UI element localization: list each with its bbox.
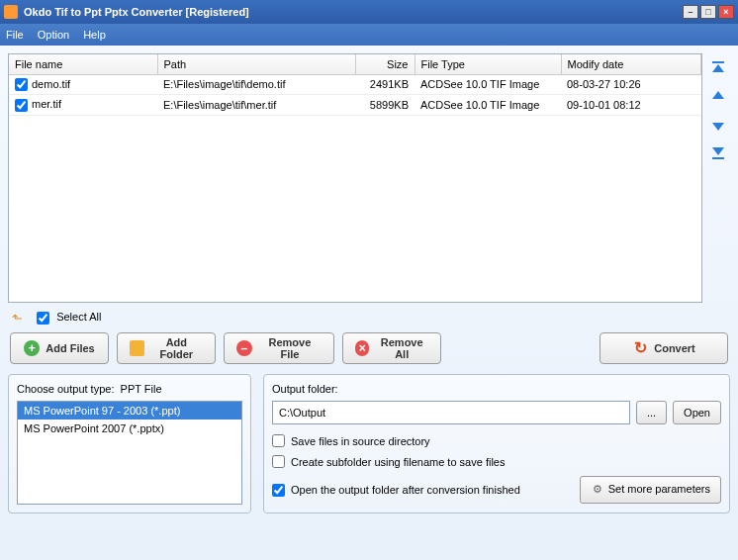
svg-marker-4 xyxy=(712,147,724,155)
row-checkbox[interactable] xyxy=(15,99,28,112)
output-type-label: Choose output type: PPT File xyxy=(17,383,242,395)
browse-button[interactable]: ... xyxy=(636,401,667,424)
output-folder-label: Output folder: xyxy=(272,383,721,395)
window-title: Okdo Tif to Ppt Pptx Converter [Register… xyxy=(24,6,249,18)
output-type-list[interactable]: MS PowerPoint 97 - 2003 (*.ppt)MS PowerP… xyxy=(17,401,242,505)
move-down-icon[interactable] xyxy=(708,115,728,135)
convert-icon: ↻ xyxy=(632,340,648,356)
app-icon xyxy=(4,5,18,19)
select-all-checkbox[interactable]: Select All xyxy=(37,311,101,323)
minus-icon: – xyxy=(236,340,252,356)
menu-option[interactable]: Option xyxy=(38,29,69,41)
table-row[interactable]: mer.tifE:\Files\image\tif\mer.tif5899KBA… xyxy=(9,95,701,116)
minimize-button[interactable]: – xyxy=(683,5,698,19)
output-folder-input[interactable] xyxy=(272,401,630,424)
menubar: File Option Help xyxy=(0,24,738,46)
svg-rect-5 xyxy=(712,157,724,159)
menu-file[interactable]: File xyxy=(6,29,24,41)
gear-icon: ⚙ xyxy=(591,483,604,497)
move-up-icon[interactable] xyxy=(708,87,728,107)
add-folder-button[interactable]: Add Folder xyxy=(117,332,216,364)
folder-icon xyxy=(130,340,144,356)
open-after-checkbox[interactable] xyxy=(272,484,285,497)
save-source-label: Save files in source directory xyxy=(291,435,430,447)
close-button[interactable]: × xyxy=(718,5,734,19)
col-modify[interactable]: Modify date xyxy=(561,54,701,74)
open-after-label: Open the output folder after conversion … xyxy=(291,484,520,496)
svg-marker-3 xyxy=(712,123,724,131)
plus-icon: + xyxy=(24,340,40,356)
menu-help[interactable]: Help xyxy=(83,29,106,41)
create-subfolder-label: Create subfolder using filename to save … xyxy=(291,456,505,468)
output-type-option[interactable]: MS PowerPoint 2007 (*.pptx) xyxy=(18,420,241,437)
col-filename[interactable]: File name xyxy=(9,54,157,74)
remove-all-button[interactable]: ×Remove All xyxy=(342,332,441,364)
set-more-parameters-button[interactable]: ⚙Set more parameters xyxy=(580,476,721,504)
col-path[interactable]: Path xyxy=(157,54,355,74)
svg-marker-2 xyxy=(712,91,724,99)
create-subfolder-checkbox[interactable] xyxy=(272,455,285,468)
select-all-label: Select All xyxy=(56,311,101,323)
save-source-checkbox[interactable] xyxy=(272,434,285,447)
output-folder-panel: Output folder: ... Open Save files in so… xyxy=(263,374,730,513)
move-top-icon[interactable] xyxy=(708,59,728,79)
add-files-button[interactable]: +Add Files xyxy=(10,332,109,364)
open-folder-button[interactable]: Open xyxy=(673,401,721,424)
output-type-option[interactable]: MS PowerPoint 97 - 2003 (*.ppt) xyxy=(18,402,241,420)
remove-file-button[interactable]: –Remove File xyxy=(224,332,334,364)
file-table[interactable]: File name Path Size File Type Modify dat… xyxy=(8,53,702,303)
col-filetype[interactable]: File Type xyxy=(415,54,561,74)
row-checkbox[interactable] xyxy=(15,78,28,91)
maximize-button[interactable]: □ xyxy=(700,5,716,19)
reorder-arrows xyxy=(702,53,730,303)
col-size[interactable]: Size xyxy=(355,54,415,74)
svg-rect-0 xyxy=(712,61,724,63)
table-row[interactable]: demo.tifE:\Files\image\tif\demo.tif2491K… xyxy=(9,74,701,95)
titlebar: Okdo Tif to Ppt Pptx Converter [Register… xyxy=(0,0,738,24)
move-bottom-icon[interactable] xyxy=(708,142,728,162)
output-type-panel: Choose output type: PPT File MS PowerPoi… xyxy=(8,374,251,513)
convert-button[interactable]: ↻Convert xyxy=(600,332,728,364)
svg-marker-1 xyxy=(712,64,724,72)
up-level-icon[interactable]: ⬑ xyxy=(12,311,26,325)
x-icon: × xyxy=(355,340,369,356)
